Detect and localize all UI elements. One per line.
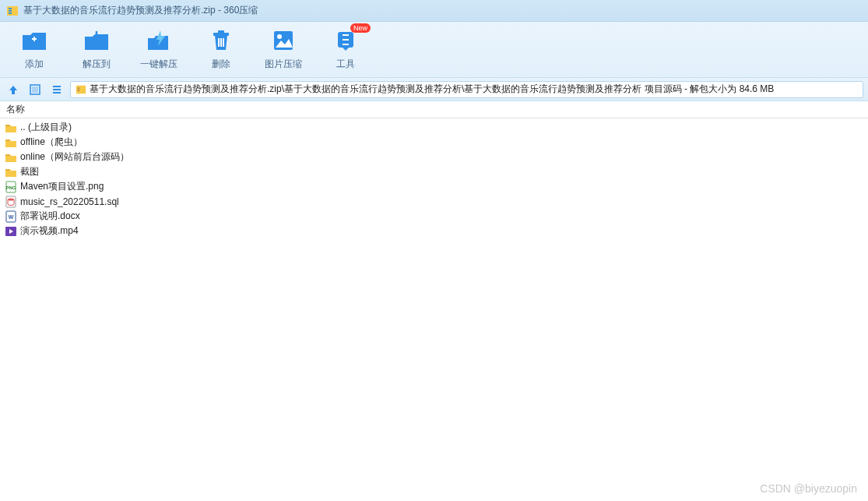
file-name: online（网站前后台源码） bbox=[20, 150, 129, 164]
file-name: offline（爬虫） bbox=[20, 136, 83, 149]
up-arrow-button[interactable] bbox=[5, 81, 22, 98]
svg-text:PNG: PNG bbox=[5, 185, 16, 190]
svg-rect-2 bbox=[9, 10, 12, 12]
file-name: 截图 bbox=[20, 165, 39, 178]
svg-rect-18 bbox=[78, 90, 80, 91]
extract-to-button[interactable]: 解压到 bbox=[78, 28, 115, 71]
add-icon bbox=[20, 28, 48, 53]
add-button[interactable]: 添加 bbox=[16, 28, 53, 71]
navigation-bar: 基于大数据的音乐流行趋势预测及推荐分析.zip\基于大数据的音乐流行趋势预测及推… bbox=[0, 78, 868, 101]
file-row[interactable]: PNGMaven项目设置.png bbox=[3, 179, 865, 194]
extract-to-icon bbox=[83, 28, 111, 53]
folder-icon bbox=[5, 151, 17, 164]
file-row[interactable]: 演示视频.mp4 bbox=[3, 224, 865, 238]
svg-rect-3 bbox=[9, 12, 12, 14]
file-name: Maven项目设置.png bbox=[20, 180, 104, 193]
one-click-extract-button[interactable]: 一键解压 bbox=[140, 28, 177, 71]
column-header[interactable]: 名称 bbox=[0, 101, 868, 118]
svg-text:W: W bbox=[9, 214, 14, 220]
svg-point-22 bbox=[8, 198, 14, 200]
svg-rect-7 bbox=[218, 30, 224, 34]
docx-icon: W bbox=[5, 210, 17, 223]
mp4-icon bbox=[5, 225, 17, 238]
view-list-button[interactable] bbox=[48, 81, 65, 98]
watermark: CSDN @biyezuopin bbox=[760, 482, 857, 495]
image-compress-label: 图片压缩 bbox=[265, 58, 302, 71]
svg-rect-17 bbox=[78, 87, 80, 89]
column-name-label: 名称 bbox=[6, 103, 25, 116]
svg-rect-15 bbox=[32, 86, 38, 93]
app-icon bbox=[6, 5, 19, 17]
svg-rect-10 bbox=[223, 38, 224, 47]
archive-icon bbox=[76, 84, 86, 95]
file-list: .. (上级目录)offline（爬虫）online（网站前后台源码）截图PNG… bbox=[0, 118, 868, 240]
delete-label: 删除 bbox=[212, 58, 230, 71]
svg-rect-9 bbox=[220, 38, 222, 47]
file-name: music_rs_20220511.sql bbox=[20, 196, 119, 207]
image-compress-icon bbox=[269, 28, 297, 53]
svg-rect-1 bbox=[9, 8, 12, 9]
title-bar: 基于大数据的音乐流行趋势预测及推荐分析.zip - 360压缩 bbox=[0, 0, 868, 22]
one-click-extract-icon bbox=[145, 28, 173, 53]
path-text: 基于大数据的音乐流行趋势预测及推荐分析.zip\基于大数据的音乐流行趋势预测及推… bbox=[90, 83, 774, 96]
file-name: .. (上级目录) bbox=[20, 121, 72, 134]
one-click-extract-label: 一键解压 bbox=[140, 58, 177, 71]
sql-icon bbox=[5, 196, 17, 208]
svg-rect-5 bbox=[33, 37, 35, 41]
toolbar: 添加 解压到 一键解压 删除 图片压缩 New 工具 bbox=[0, 22, 868, 78]
file-name: 部署说明.docx bbox=[20, 210, 80, 223]
folder-icon bbox=[5, 122, 17, 134]
file-row[interactable]: online（网站前后台源码） bbox=[3, 150, 865, 164]
new-badge: New bbox=[350, 23, 371, 33]
file-row[interactable]: W部署说明.docx bbox=[3, 209, 865, 224]
path-input[interactable]: 基于大数据的音乐流行趋势预测及推荐分析.zip\基于大数据的音乐流行趋势预测及推… bbox=[70, 81, 863, 98]
delete-button[interactable]: 删除 bbox=[202, 28, 240, 71]
image-compress-button[interactable]: 图片压缩 bbox=[265, 28, 302, 71]
window-title: 基于大数据的音乐流行趋势预测及推荐分析.zip - 360压缩 bbox=[23, 4, 258, 17]
file-row[interactable]: 截图 bbox=[3, 164, 865, 179]
file-row[interactable]: .. (上级目录) bbox=[3, 120, 865, 135]
delete-icon bbox=[207, 28, 235, 53]
view-large-icons-button[interactable] bbox=[26, 81, 44, 98]
file-row[interactable]: music_rs_20220511.sql bbox=[3, 194, 865, 209]
tools-label: 工具 bbox=[336, 58, 355, 71]
extract-to-label: 解压到 bbox=[83, 58, 111, 71]
file-row[interactable]: offline（爬虫） bbox=[3, 135, 865, 150]
add-label: 添加 bbox=[25, 58, 44, 71]
svg-rect-8 bbox=[218, 38, 220, 47]
file-name: 演示视频.mp4 bbox=[20, 224, 79, 238]
png-icon: PNG bbox=[5, 181, 17, 193]
folder-icon bbox=[5, 166, 17, 178]
tools-button[interactable]: New 工具 bbox=[327, 28, 364, 71]
folder-icon bbox=[5, 136, 17, 149]
svg-point-12 bbox=[277, 34, 282, 39]
